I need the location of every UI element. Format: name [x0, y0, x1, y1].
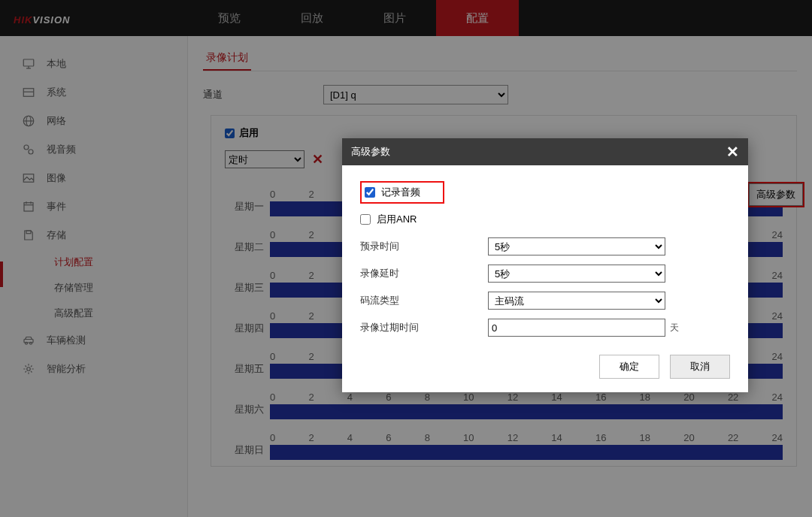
record-audio-checkbox[interactable]: [365, 187, 375, 198]
modal-footer: 确定 取消: [342, 347, 748, 392]
postrecord-label: 录像延时: [360, 267, 488, 280]
enable-anr-check[interactable]: 启用ANR: [360, 213, 417, 226]
stream-type-select[interactable]: 主码流: [488, 292, 665, 310]
stream-type-label: 码流类型: [360, 294, 488, 307]
close-icon[interactable]: ✕: [726, 143, 739, 161]
ok-button[interactable]: 确定: [599, 355, 659, 379]
expire-input[interactable]: [488, 319, 665, 337]
modal-body: 记录音频 启用ANR 预录时间 5秒 录像延时 5秒 码流类型 主码流 录像过期…: [342, 165, 748, 347]
expire-unit: 天: [670, 322, 679, 334]
cancel-button[interactable]: 取消: [670, 355, 730, 379]
postrecord-select[interactable]: 5秒: [488, 265, 665, 283]
enable-anr-checkbox[interactable]: [360, 214, 371, 225]
modal-title: 高级参数: [351, 145, 390, 159]
record-audio-highlight: 记录音频: [360, 181, 444, 204]
advanced-params-modal: 高级参数 ✕ 记录音频 启用ANR 预录时间 5秒 录像延时 5秒: [342, 138, 748, 392]
prerecord-select[interactable]: 5秒: [488, 237, 665, 255]
expire-label: 录像过期时间: [360, 321, 488, 334]
record-audio-check[interactable]: 记录音频: [365, 186, 420, 199]
prerecord-label: 预录时间: [360, 240, 488, 253]
record-audio-label: 记录音频: [381, 186, 420, 199]
enable-anr-label: 启用ANR: [377, 213, 417, 226]
modal-header: 高级参数 ✕: [342, 138, 748, 165]
